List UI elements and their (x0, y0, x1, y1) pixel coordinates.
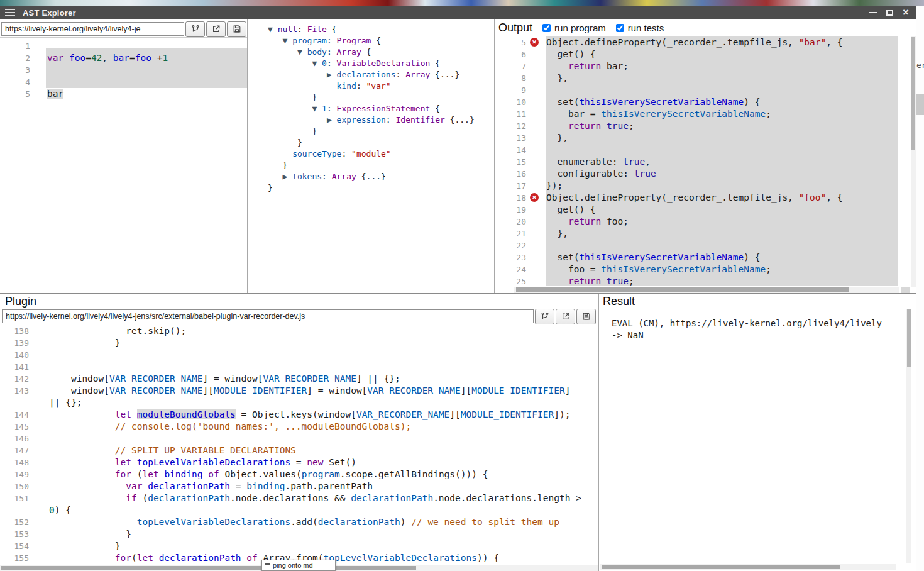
result-horizontal-scrollbar[interactable] (600, 564, 896, 570)
code-line[interactable]: 154 } (0, 540, 598, 552)
code-line[interactable]: 3 (0, 64, 247, 76)
code-line[interactable]: sourceType: "module" (268, 148, 493, 160)
code-line[interactable]: 139 } (0, 337, 598, 349)
save-button[interactable] (227, 21, 246, 37)
code-line[interactable]: 15 enumerable: true, (495, 156, 916, 168)
code-line[interactable]: 10 set(thisIsVererySecretVariableName) { (495, 96, 916, 108)
code-line[interactable]: 22 (495, 240, 916, 252)
scrollbar-thumb[interactable] (907, 309, 911, 367)
code-line[interactable]: } (268, 137, 493, 148)
code-line[interactable]: 19 get() { (495, 204, 916, 216)
run-program-checkbox[interactable]: run program (542, 23, 606, 33)
line-number: 19 (495, 204, 526, 216)
code-line[interactable]: ▶ expression: Identifier {...} (268, 114, 493, 126)
code-line[interactable]: 9 (495, 84, 916, 96)
run-tests-checkbox-input[interactable] (616, 24, 624, 32)
code-line[interactable]: 24 foo = thisIsVererySecretVariableName; (495, 263, 916, 275)
code-line[interactable]: 149 for (let binding of Object.values(pr… (0, 468, 598, 480)
close-button[interactable]: × (898, 6, 914, 19)
code-line[interactable]: 16 configurable: true (495, 168, 916, 180)
code-line[interactable]: ▼ program: Program { (268, 35, 493, 47)
code-line[interactable]: ▼ null: File { (268, 24, 493, 35)
run-program-checkbox-input[interactable] (542, 24, 551, 32)
result-log[interactable]: EVAL (CM), https://lively-kernel.org/liv… (599, 318, 905, 562)
code-line[interactable]: 4 (0, 76, 247, 88)
code-line[interactable]: 7 return bar; (495, 60, 916, 72)
ast-tree-pane[interactable]: ▼ null: File { ▼ program: Program { ▼ bo… (251, 19, 493, 293)
line-number: 142 (0, 373, 29, 385)
source-editor[interactable]: 12var foo=42, bar=foo +1345bar (0, 37, 247, 293)
code-line[interactable]: kind: "var" (268, 80, 493, 92)
code-line[interactable]: 146 (0, 433, 598, 445)
output-editor[interactable]: 5✕Object.defineProperty(_recorder_.tempf… (495, 36, 916, 287)
titlebar[interactable]: AST Explorer × (0, 6, 916, 19)
code-line[interactable]: 18✕Object.defineProperty(_recorder_.temp… (495, 192, 916, 204)
code-line[interactable]: 143 window[VAR_RECORDER_NAME][MODULE_IDE… (0, 385, 598, 409)
code-line[interactable]: } (268, 126, 493, 137)
code-line[interactable]: 2var foo=42, bar=foo +1 (0, 52, 247, 64)
code-text: }, (546, 228, 568, 240)
code-line[interactable]: 5bar (0, 88, 247, 100)
save-button[interactable] (576, 309, 596, 324)
code-line[interactable]: 145 // console.log('bound names:', ...mo… (0, 421, 598, 433)
code-line[interactable]: 150 var declarationPath = binding.path.p… (0, 480, 598, 492)
menu-icon[interactable] (5, 9, 15, 16)
code-line[interactable]: -> NaN (612, 330, 905, 341)
code-line[interactable]: ▶ declarations: Array {...} (268, 69, 493, 80)
result-vertical-scrollbar[interactable] (906, 309, 911, 563)
code-line[interactable]: 152 topLevelVariableDeclarations.add(dec… (0, 516, 598, 528)
code-line[interactable]: 6 get() { (495, 48, 916, 60)
source-url-input[interactable] (1, 22, 184, 36)
maximize-button[interactable] (881, 6, 898, 19)
code-line[interactable]: 20 return foo; (495, 216, 916, 228)
code-line[interactable]: ▼ body: Array { (268, 47, 493, 58)
scrollbar-thumb[interactable] (516, 287, 849, 292)
output-horizontal-scrollbar[interactable] (514, 287, 899, 293)
code-line[interactable]: 17}); (495, 180, 916, 192)
code-line[interactable]: ▼ 1: ExpressionStatement { (268, 103, 493, 114)
code-line[interactable]: 25 return true; (495, 275, 916, 287)
code-line[interactable]: 144 let moduleBoundGlobals = Object.keys… (0, 409, 598, 421)
drag-hint-popup[interactable]: ping onto md (261, 560, 336, 571)
code-line[interactable]: 5✕Object.defineProperty(_recorder_.tempf… (495, 36, 916, 48)
code-line[interactable]: 140 (0, 349, 598, 361)
code-line[interactable]: 138 ret.skip(); (0, 325, 598, 337)
code-line[interactable]: } (268, 92, 493, 103)
code-line[interactable]: EVAL (CM), https://lively-kernel.org/liv… (612, 318, 905, 330)
code-text: configurable: true (546, 168, 656, 180)
code-line[interactable]: } (268, 160, 493, 171)
code-line[interactable]: 21 }, (495, 228, 916, 240)
code-line[interactable]: 8 }, (495, 72, 916, 84)
version-history-button[interactable] (185, 21, 205, 37)
minimize-button[interactable] (865, 6, 881, 19)
code-line[interactable]: ▶ tokens: Array {...} (268, 171, 493, 182)
code-line[interactable]: 151 if (declarationPath.node.declaration… (0, 492, 598, 516)
code-line[interactable]: 147 // SPLIT UP VARIABLE DECLARATIONS (0, 445, 598, 457)
plugin-editor[interactable]: 138 ret.skip();139 }140141142 window[VAR… (0, 325, 598, 571)
code-line[interactable]: 14 (495, 144, 916, 156)
code-line[interactable]: ▼ 0: VariableDeclaration { (268, 58, 493, 69)
error-marker-icon[interactable]: ✕ (530, 38, 539, 47)
code-line[interactable]: } (268, 182, 493, 194)
version-history-button[interactable] (535, 309, 554, 324)
code-line[interactable]: 142 window[VAR_RECORDER_NAME] = window[V… (0, 373, 598, 385)
code-text: let moduleBoundGlobals = Object.keys(win… (49, 409, 583, 421)
code-line[interactable]: 153 } (0, 528, 598, 540)
scrollbar-thumb[interactable] (602, 565, 840, 569)
code-line[interactable]: 23 set(thisIsVererySecretVariableName) { (495, 252, 916, 263)
branch-icon (191, 25, 200, 33)
code-line[interactable]: 12 return true; (495, 120, 916, 132)
code-line[interactable]: 148 let topLevelVariableDeclarations = n… (0, 457, 598, 468)
output-title: Output (498, 21, 532, 35)
code-line[interactable]: 13 }, (495, 132, 916, 144)
code-line[interactable]: 11 bar = thisIsVererySecretVariableName; (495, 108, 916, 120)
line-number: 155 (0, 552, 29, 564)
error-marker-icon[interactable]: ✕ (530, 193, 539, 202)
open-external-button[interactable] (556, 309, 575, 324)
scrollbar-thumb[interactable] (1, 566, 416, 570)
open-external-button[interactable] (206, 21, 226, 37)
plugin-url-input[interactable] (2, 309, 534, 323)
run-tests-checkbox[interactable]: run tests (616, 23, 664, 33)
code-line[interactable]: 141 (0, 361, 598, 373)
code-line[interactable]: 1 (0, 40, 247, 52)
